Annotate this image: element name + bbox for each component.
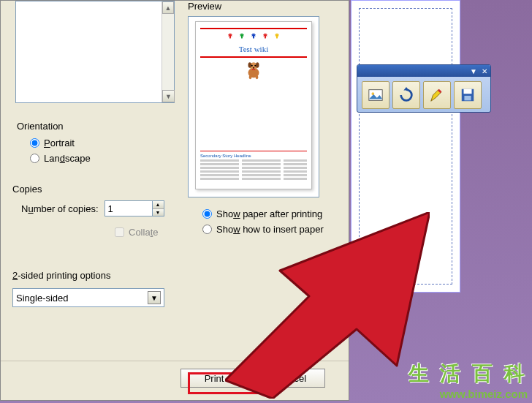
copies-spinner[interactable]: ▲ ▼ — [104, 200, 164, 216]
hand-icon — [248, 32, 259, 42]
handprints-row — [200, 32, 307, 42]
preview-label: Preview — [188, 1, 341, 12]
dog-icon — [243, 61, 265, 81]
copies-input[interactable] — [105, 201, 152, 216]
tool-rotate-icon[interactable] — [392, 81, 420, 109]
toolbar-header[interactable]: ▼ ✕ — [357, 65, 490, 77]
orientation-label: Orientation — [17, 121, 91, 132]
hand-icon — [237, 32, 247, 42]
document-page — [351, 0, 460, 293]
orientation-group: Orientation Portrait Landscape — [17, 121, 91, 168]
dropdown-icon[interactable]: ▼ — [148, 291, 161, 304]
show-insert-radio[interactable] — [202, 225, 212, 234]
collate-checkbox — [115, 227, 124, 237]
landscape-label[interactable]: Landscape — [44, 153, 91, 164]
story-section: Secondary Story Headline — [200, 151, 307, 182]
watermark-url: www.bimeiz.com — [408, 388, 528, 400]
svg-point-8 — [256, 75, 259, 79]
show-insert-label[interactable]: Show how to insert paper — [216, 224, 324, 235]
watermark: 生 活 百 科 www.bimeiz.com — [408, 360, 528, 400]
svg-point-11 — [372, 92, 375, 95]
portrait-radio[interactable] — [30, 138, 39, 148]
svg-rect-9 — [252, 69, 256, 70]
hand-icon — [225, 32, 235, 42]
two-sided-label: 2-sided printing options — [12, 270, 164, 281]
watermark-text: 生 活 百 科 — [408, 360, 528, 388]
two-sided-value: Single-sided — [16, 293, 69, 304]
hand-icon — [272, 32, 282, 42]
svg-rect-14 — [464, 96, 471, 100]
svg-point-3 — [256, 62, 259, 68]
print-button[interactable]: Print — [180, 369, 248, 388]
print-dialog: ▲ ▼ Preview Test wiki — [0, 0, 349, 401]
preview-top-rule — [200, 28, 307, 29]
copies-group: Copies Number of copies: ▲ ▼ Collate — [12, 184, 164, 238]
svg-point-5 — [254, 65, 256, 67]
copies-label: Copies — [12, 184, 164, 195]
preview-mid-rule — [200, 56, 307, 58]
cancel-button[interactable]: Cancel — [258, 369, 325, 388]
show-options: Show paper after printing Show how to in… — [202, 204, 324, 239]
toolbar-close-icon[interactable]: ✕ — [482, 67, 487, 75]
spin-up-icon[interactable]: ▲ — [153, 201, 164, 209]
two-sided-select[interactable]: Single-sided ▼ — [12, 288, 164, 307]
dialog-buttons: Print Cancel — [1, 361, 349, 393]
tool-edit-icon[interactable] — [423, 81, 451, 109]
svg-rect-13 — [464, 89, 472, 94]
svg-point-4 — [251, 65, 253, 67]
scroll-down-icon[interactable]: ▼ — [162, 90, 175, 102]
portrait-label[interactable]: Portrait — [44, 138, 75, 148]
toolbar-menu-icon[interactable]: ▼ — [470, 67, 477, 75]
svg-point-2 — [248, 62, 252, 68]
spin-down-icon[interactable]: ▼ — [153, 209, 164, 216]
tool-picture-icon[interactable] — [362, 81, 390, 109]
show-paper-label[interactable]: Show paper after printing — [216, 208, 322, 219]
preview-page: Test wiki Secondary Story Headline — [195, 21, 312, 189]
hand-icon — [260, 32, 270, 42]
landscape-radio[interactable] — [30, 154, 39, 163]
scrollbar[interactable]: ▲ ▼ — [162, 1, 174, 102]
floating-toolbar[interactable]: ▼ ✕ — [357, 64, 491, 113]
show-paper-radio[interactable] — [202, 209, 212, 219]
svg-point-6 — [253, 67, 254, 69]
preview-section: Preview Test wiki Secondary St — [188, 1, 341, 235]
story-headline: Secondary Story Headline — [200, 154, 307, 158]
preview-container: Test wiki Secondary Story Headline — [188, 16, 319, 197]
tool-save-icon[interactable] — [454, 81, 482, 109]
collate-label: Collate — [129, 227, 158, 238]
preview-title: Test wiki — [200, 45, 307, 53]
two-sided-group: 2-sided printing options Single-sided ▼ — [12, 270, 164, 307]
svg-point-7 — [249, 75, 252, 79]
printer-info-box[interactable]: ▲ ▼ — [15, 1, 175, 103]
document-margin — [359, 8, 452, 285]
scroll-up-icon[interactable]: ▲ — [162, 1, 174, 14]
number-of-copies-label: Number of copies: — [21, 203, 99, 214]
